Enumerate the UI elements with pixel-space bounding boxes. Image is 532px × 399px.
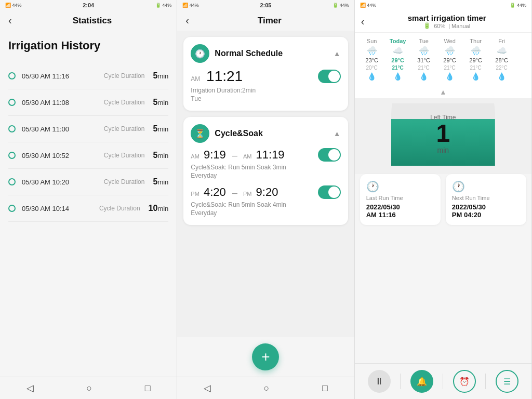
cycle-label: Cycle Duration — [104, 152, 145, 159]
back-nav-button[interactable]: ◁ — [204, 382, 211, 394]
history-date: 05/30 AM 10:52 — [22, 152, 98, 159]
smart-title: smart irrigation timer — [368, 14, 525, 22]
cycle-entry-1: AM 9:19 – AM 11:19 Cycle&Soak: Run 5min … — [191, 148, 340, 179]
back-button[interactable]: ‹ — [361, 16, 365, 28]
last-run-label: Last Run Time — [366, 195, 434, 201]
next-run-icon: 🕐 — [452, 180, 520, 193]
rain-drop-tue: 💧 — [419, 72, 428, 81]
timer-panel: 📶 44% 2:05 🔋 44% ‹ Timer 🕐 Normal Schedu… — [177, 0, 354, 399]
next-run-label: Next Run Time — [452, 195, 520, 201]
normal-schedule-toggle[interactable] — [318, 70, 341, 83]
history-dot — [8, 125, 16, 132]
normal-time: AM 11:21 — [191, 68, 243, 84]
weather-day-today: Today ☁️ 29°C 21°C 💧 — [387, 38, 409, 81]
status-time: 2:04 — [83, 2, 94, 8]
cycle-label: Cycle Duration — [104, 72, 145, 79]
status-left: 📶 44% — [5, 3, 22, 8]
history-date: 05/30 AM 11:08 — [22, 99, 98, 107]
list-item: 05/30 AM 10:20 Cycle Duration 5min — [8, 169, 168, 195]
section-title: Irrigation History — [8, 39, 168, 52]
weather-day-sun: Sun 🌧️ 23°C 20°C 💧 — [361, 38, 383, 81]
smart-panel: 📶 44% 🔋 44% ‹ smart irrigation timer 🔋 6… — [355, 0, 532, 399]
cycle-detail-1: Cycle&Soak: Run 5min Soak 3min — [191, 164, 340, 171]
chevron-up-icon: ▲ — [440, 88, 447, 96]
weather-day-tue: Tue 🌧️ 31°C 21°C 💧 — [413, 38, 435, 81]
duration-value: 5min — [153, 98, 168, 107]
history-dot — [8, 152, 16, 159]
home-nav-button[interactable]: ○ — [264, 383, 270, 394]
statistics-panel: 📶 44% 2:04 🔋 44% ‹ Statistics Irrigation… — [0, 0, 177, 399]
gauge-section: Left Time 1 min — [355, 98, 531, 174]
history-dot — [8, 205, 16, 212]
history-date: 05/30 AM 11:00 — [22, 125, 98, 133]
stats-title: Statistics — [16, 16, 169, 26]
recent-nav-button[interactable]: □ — [145, 383, 151, 394]
pause-button[interactable]: ⏸ — [368, 370, 391, 393]
divider — [400, 374, 401, 389]
rain-drop-sun: 💧 — [367, 72, 376, 81]
bottom-nav-timer: ◁ ○ □ — [177, 377, 354, 399]
collapse-icon[interactable]: ▲ — [334, 129, 341, 138]
cycle-toggle-1[interactable] — [318, 148, 341, 162]
history-date: 05/30 AM 10:20 — [22, 178, 98, 186]
cycle-time-row-2: PM 4:20 – PM 9:20 — [191, 185, 340, 199]
weather-icon-today: ☁️ — [393, 46, 403, 56]
weather-day-fri: Fri ☁️ 28°C 22°C 💧 — [491, 38, 513, 81]
home-nav-button[interactable]: ○ — [86, 383, 92, 394]
normal-detail: Irrigation Duration:2min — [191, 87, 340, 94]
history-list: 05/30 AM 11:16 Cycle Duration 5min 05/30… — [8, 63, 168, 222]
rain-drop-thur: 💧 — [471, 72, 480, 81]
status-time: 2:05 — [260, 2, 271, 8]
next-run-time: PM 04:20 — [452, 211, 520, 219]
normal-schedule-card: 🕐 Normal Schedule ▲ AM 11:21 Irrigation … — [183, 37, 348, 111]
recent-nav-button[interactable]: □ — [322, 383, 328, 394]
last-run-card: 🕐 Last Run Time 2022/05/30 AM 11:16 — [360, 174, 441, 225]
bottom-nav-stats: ◁ ○ □ — [0, 377, 177, 399]
weather-icon-tue: 🌧️ — [419, 46, 429, 56]
collapse-icon[interactable]: ▲ — [334, 49, 341, 58]
cycle-soak-card: ⏳ Cycle&Soak ▲ AM 9:19 – AM 11:19 — [183, 117, 348, 225]
divider — [485, 374, 486, 389]
status-bar-smart: 📶 44% 🔋 44% — [355, 0, 531, 10]
battery-icon: 🔋 — [423, 22, 431, 29]
cycle-label: Cycle Duration — [104, 125, 145, 132]
collapse-weather-button[interactable]: ▲ — [355, 86, 531, 98]
notification-button[interactable]: 🔔 — [410, 370, 433, 393]
cycle-day-1: Everyday — [191, 172, 340, 179]
list-item: 05/30 AM 11:08 Cycle Duration 5min — [8, 89, 168, 116]
cycle-toggle-2[interactable] — [318, 185, 341, 199]
cycle-detail-2: Cycle&Soak: Run 5min Soak 4min — [191, 201, 340, 208]
cycle-label: Cycle Duration — [99, 205, 140, 212]
normal-schedule-name: Normal Schedule — [215, 49, 283, 58]
back-button[interactable]: ‹ — [185, 15, 189, 26]
status-left: 📶 44% — [360, 3, 377, 8]
timer-button[interactable]: ⏰ — [453, 370, 476, 393]
timer-content: 🕐 Normal Schedule ▲ AM 11:21 Irrigation … — [177, 31, 354, 337]
cycle-day-2: Everyday — [191, 209, 340, 217]
back-button[interactable]: ‹ — [8, 15, 12, 26]
last-run-time: AM 11:16 — [366, 211, 434, 219]
gauge-value: 1 — [391, 121, 495, 146]
rain-drop-today: 💧 — [393, 72, 402, 81]
back-nav-button[interactable]: ◁ — [26, 382, 34, 394]
normal-time-row: AM 11:21 — [191, 68, 340, 85]
status-bar-stats: 📶 44% 2:04 🔋 44% — [0, 0, 177, 10]
last-run-icon: 🕐 — [366, 180, 434, 193]
menu-button[interactable]: ☰ — [496, 370, 518, 393]
status-right: 🔋 44% — [510, 3, 526, 8]
timer-title: Timer — [193, 16, 346, 26]
weather-icon-thur: 🌧️ — [471, 46, 481, 56]
cycle-time-range-2: PM 4:20 – PM 9:20 — [191, 185, 278, 199]
stats-content: Irrigation History 05/30 AM 11:16 Cycle … — [0, 31, 177, 377]
cycle-soak-icon: ⏳ — [191, 124, 209, 143]
normal-schedule-header: 🕐 Normal Schedule ▲ — [191, 44, 340, 63]
weather-day-wed: Wed 🌧️ 29°C 21°C 💧 — [439, 38, 461, 81]
gauge-text: Left Time 1 min — [391, 114, 495, 154]
status-right: 🔋 44% — [332, 3, 349, 8]
add-schedule-button[interactable]: + — [252, 343, 279, 370]
normal-schedule-icon: 🕐 — [191, 44, 209, 63]
weather-day-thur: Thur 🌧️ 29°C 21°C 💧 — [465, 38, 487, 81]
cycle-soak-header: ⏳ Cycle&Soak ▲ — [191, 124, 340, 143]
list-item: 05/30 AM 11:16 Cycle Duration 5min — [8, 63, 168, 89]
water-gauge: Left Time 1 min — [391, 103, 495, 166]
